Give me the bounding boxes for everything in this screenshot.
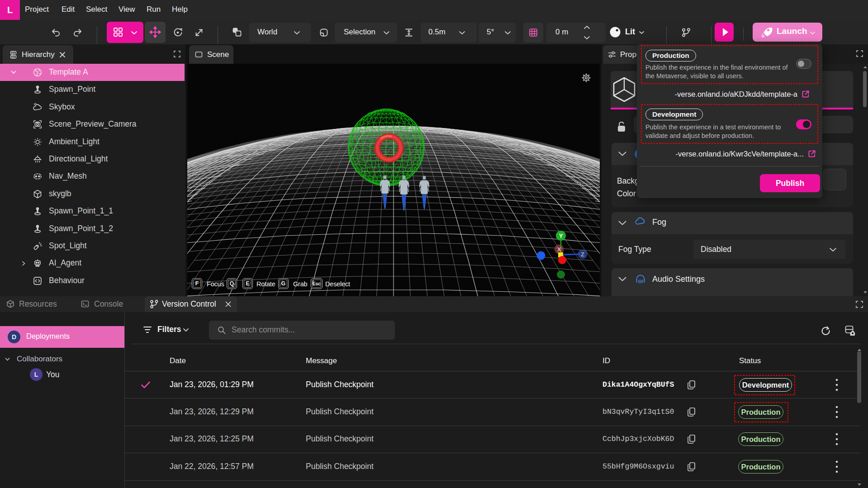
svg-text:Z: Z (581, 251, 584, 258)
svg-text:X: X (557, 246, 561, 253)
svg-text:Y: Y (559, 232, 563, 239)
